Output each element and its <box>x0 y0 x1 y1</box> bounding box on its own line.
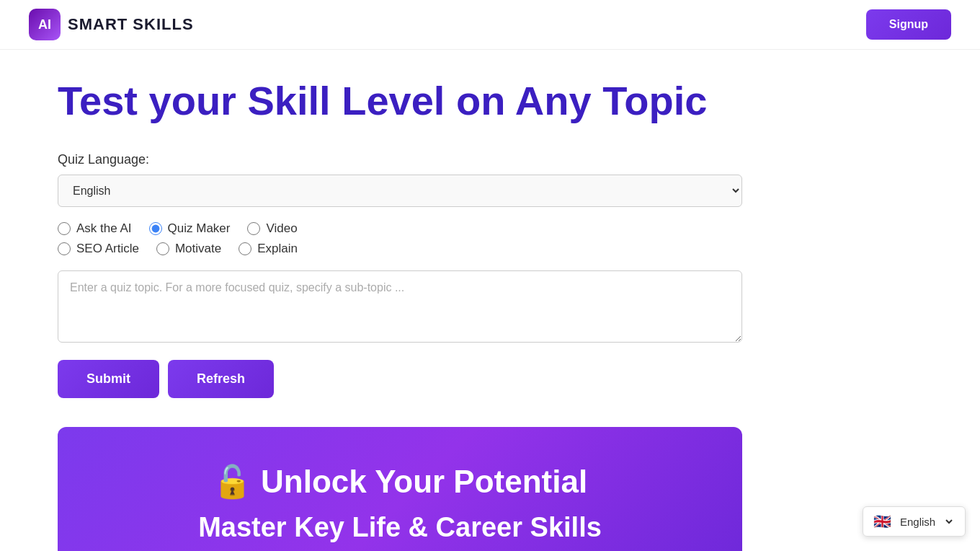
radio-item-quiz-maker[interactable]: Quiz Maker <box>149 221 231 236</box>
radio-video[interactable] <box>247 222 260 235</box>
radio-ask-ai-label: Ask the AI <box>76 221 132 236</box>
button-row: Submit Refresh <box>58 360 742 398</box>
radio-seo-article[interactable] <box>58 242 71 255</box>
radio-item-motivate[interactable]: Motivate <box>156 242 221 256</box>
radio-item-explain[interactable]: Explain <box>239 242 298 256</box>
language-switcher[interactable]: 🇬🇧 English Español Français Deutsch <box>863 506 966 537</box>
banner-title: 🔓 Unlock Your Potential <box>86 463 713 501</box>
language-select[interactable]: English Spanish French German Portuguese… <box>58 175 742 207</box>
banner-section: 🔓 Unlock Your Potential Master Key Life … <box>58 427 742 551</box>
topic-textarea[interactable] <box>58 270 742 343</box>
radio-quiz-maker[interactable] <box>149 222 162 235</box>
logo-icon-text: AI <box>38 17 51 32</box>
logo-text: SMART SKILLS <box>68 15 194 34</box>
radio-seo-article-label: SEO Article <box>76 242 139 256</box>
language-switcher-select[interactable]: English Español Français Deutsch <box>897 515 955 529</box>
flag-icon: 🇬🇧 <box>873 513 891 530</box>
radio-video-label: Video <box>266 221 297 236</box>
radio-group-row1: Ask the AI Quiz Maker Video <box>58 221 742 236</box>
banner-icon: 🔓 <box>213 464 252 499</box>
radio-explain[interactable] <box>239 242 251 255</box>
radio-quiz-maker-label: Quiz Maker <box>168 221 231 236</box>
radio-ask-ai[interactable] <box>58 222 71 235</box>
radio-motivate[interactable] <box>156 242 169 255</box>
radio-item-video[interactable]: Video <box>247 221 297 236</box>
signup-button[interactable]: Signup <box>866 9 951 40</box>
radio-motivate-label: Motivate <box>175 242 221 256</box>
radio-item-ask-ai[interactable]: Ask the AI <box>58 221 132 236</box>
header: AI SMART SKILLS Signup <box>0 0 980 50</box>
refresh-button[interactable]: Refresh <box>168 360 274 398</box>
radio-item-seo-article[interactable]: SEO Article <box>58 242 139 256</box>
page-title: Test your Skill Level on Any Topic <box>58 79 922 123</box>
radio-group-row2: SEO Article Motivate Explain <box>58 242 742 256</box>
form-section: Quiz Language: English Spanish French Ge… <box>58 152 742 398</box>
banner-subtitle: Master Key Life & Career Skills <box>86 512 713 543</box>
main-content: Test your Skill Level on Any Topic Quiz … <box>0 50 980 551</box>
logo-icon: AI <box>29 9 61 40</box>
radio-explain-label: Explain <box>257 242 298 256</box>
submit-button[interactable]: Submit <box>58 360 159 398</box>
quiz-language-label: Quiz Language: <box>58 152 742 167</box>
banner-title-text: Unlock Your Potential <box>261 464 587 499</box>
logo-area: AI SMART SKILLS <box>29 9 866 40</box>
